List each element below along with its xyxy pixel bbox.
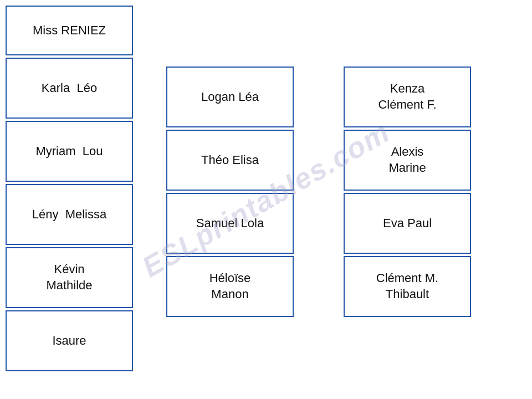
list-item: KévinMathilde bbox=[6, 247, 133, 308]
list-item: KenzaClément F. bbox=[344, 66, 471, 127]
right-column: KenzaClément F. AlexisMarine Eva Paul Cl… bbox=[344, 66, 471, 319]
list-item: Lény Melissa bbox=[6, 184, 133, 245]
list-item: Isaure bbox=[6, 310, 133, 371]
list-item: Karla Léo bbox=[6, 58, 133, 119]
left-column: Miss RENIEZ Karla Léo Myriam Lou Lény Me… bbox=[6, 6, 133, 374]
list-item: Myriam Lou bbox=[6, 121, 133, 182]
list-item: HéloïseManon bbox=[166, 256, 294, 317]
list-item: Logan Léa bbox=[166, 66, 294, 127]
list-item: Théo Elisa bbox=[166, 130, 294, 191]
list-item: AlexisMarine bbox=[344, 130, 471, 191]
list-item: Eva Paul bbox=[344, 193, 471, 254]
list-item: Samuel Lola bbox=[166, 193, 294, 254]
list-item: Miss RENIEZ bbox=[6, 6, 133, 55]
mid-column: Logan Léa Théo Elisa Samuel Lola Héloïse… bbox=[166, 66, 294, 319]
list-item: Clément M.Thibault bbox=[344, 256, 471, 317]
